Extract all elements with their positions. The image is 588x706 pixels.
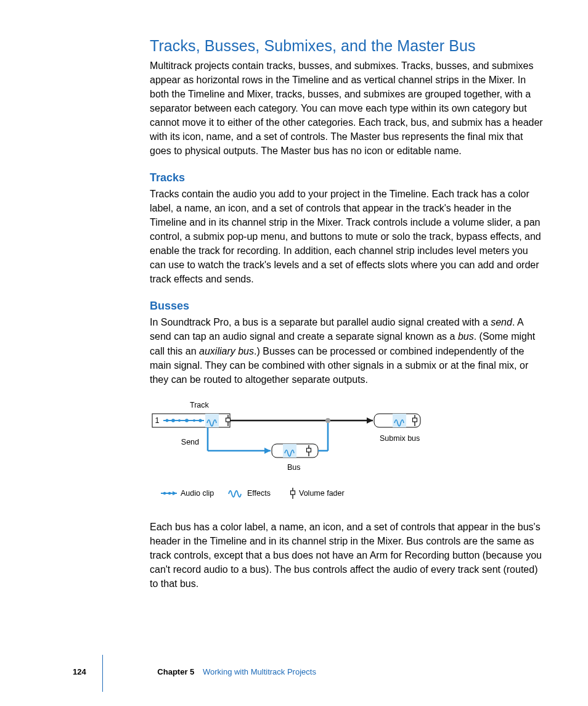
legend-effects: Effects xyxy=(247,489,271,498)
legend: Audio clip Effects Volume fader xyxy=(161,488,345,499)
bus-return-line xyxy=(318,423,328,451)
arrowhead-icon xyxy=(367,417,373,424)
page-footer: 124 Chapter 5 Working with Multitrack Pr… xyxy=(73,667,541,676)
tap-node xyxy=(325,418,330,423)
label-track: Track xyxy=(190,401,210,409)
svg-point-7 xyxy=(198,419,202,422)
page-number: 124 xyxy=(73,667,86,676)
label-submix: Submix bus xyxy=(380,434,420,443)
text-italic: bus xyxy=(458,331,474,342)
svg-marker-13 xyxy=(264,448,271,454)
tracks-paragraph: Tracks contain the audio you add to your… xyxy=(150,187,545,286)
svg-rect-10 xyxy=(226,418,231,422)
busses-paragraph-2: Each bus has a color label, a name, an i… xyxy=(150,520,545,591)
track-number: 1 xyxy=(155,416,160,425)
tracks-heading: Tracks xyxy=(150,171,545,184)
intro-paragraph: Multitrack projects contain tracks, buss… xyxy=(150,59,545,158)
text-italic: auxiliary bus xyxy=(199,346,254,356)
svg-marker-25 xyxy=(173,491,177,495)
busses-paragraph-1: In Soundtrack Pro, a bus is a separate b… xyxy=(150,315,545,386)
svg-point-6 xyxy=(193,419,195,422)
signal-flow-diagram: Track 1 xyxy=(150,400,545,511)
svg-point-2 xyxy=(166,419,169,422)
bus-node xyxy=(272,444,318,458)
send-line xyxy=(208,427,271,454)
text-run: In Soundtrack Pro, a bus is a separate b… xyxy=(150,317,491,327)
svg-rect-17 xyxy=(307,448,311,452)
label-send: Send xyxy=(181,438,199,446)
svg-point-4 xyxy=(178,419,181,422)
svg-rect-23 xyxy=(413,418,417,422)
svg-rect-15 xyxy=(283,444,296,458)
label-bus: Bus xyxy=(287,463,301,472)
svg-point-5 xyxy=(185,419,189,422)
track-node: 1 xyxy=(152,414,231,427)
svg-point-3 xyxy=(171,419,175,422)
svg-point-26 xyxy=(163,491,166,494)
legend-volume-fader: Volume fader xyxy=(299,489,345,498)
busses-heading: Busses xyxy=(150,300,545,313)
section-heading: Tracks, Busses, Submixes, and the Master… xyxy=(150,37,545,55)
legend-audio-clip: Audio clip xyxy=(181,489,214,498)
svg-rect-21 xyxy=(393,414,406,427)
svg-point-27 xyxy=(168,491,171,494)
svg-rect-8 xyxy=(205,414,219,427)
chapter-label: Chapter 5 xyxy=(157,667,194,676)
submix-node xyxy=(374,414,420,427)
chapter-title: Working with Multitrack Projects xyxy=(203,667,316,676)
svg-rect-29 xyxy=(291,491,295,495)
text-italic: send xyxy=(491,317,512,327)
